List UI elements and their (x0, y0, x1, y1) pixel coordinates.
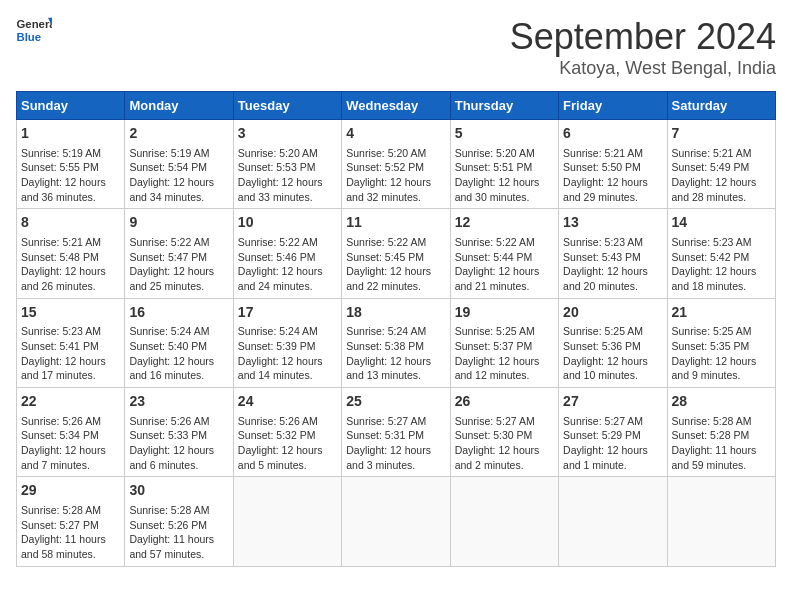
day-number: 11 (346, 213, 445, 233)
calendar-cell: 22Sunrise: 5:26 AM Sunset: 5:34 PM Dayli… (17, 388, 125, 477)
day-number: 17 (238, 303, 337, 323)
day-number: 14 (672, 213, 771, 233)
cell-text: Sunrise: 5:26 AM Sunset: 5:34 PM Dayligh… (21, 414, 120, 473)
weekday-header-friday: Friday (559, 92, 667, 120)
day-number: 27 (563, 392, 662, 412)
day-number: 21 (672, 303, 771, 323)
calendar-cell: 24Sunrise: 5:26 AM Sunset: 5:32 PM Dayli… (233, 388, 341, 477)
logo-icon: General Blue (16, 16, 52, 44)
cell-text: Sunrise: 5:20 AM Sunset: 5:51 PM Dayligh… (455, 146, 554, 205)
day-number: 4 (346, 124, 445, 144)
cell-text: Sunrise: 5:21 AM Sunset: 5:49 PM Dayligh… (672, 146, 771, 205)
day-number: 19 (455, 303, 554, 323)
calendar-cell: 14Sunrise: 5:23 AM Sunset: 5:42 PM Dayli… (667, 209, 775, 298)
calendar-week-row: 1Sunrise: 5:19 AM Sunset: 5:55 PM Daylig… (17, 120, 776, 209)
cell-text: Sunrise: 5:24 AM Sunset: 5:40 PM Dayligh… (129, 324, 228, 383)
cell-text: Sunrise: 5:19 AM Sunset: 5:55 PM Dayligh… (21, 146, 120, 205)
calendar-cell: 29Sunrise: 5:28 AM Sunset: 5:27 PM Dayli… (17, 477, 125, 566)
day-number: 30 (129, 481, 228, 501)
day-number: 29 (21, 481, 120, 501)
cell-text: Sunrise: 5:24 AM Sunset: 5:38 PM Dayligh… (346, 324, 445, 383)
cell-text: Sunrise: 5:28 AM Sunset: 5:28 PM Dayligh… (672, 414, 771, 473)
cell-text: Sunrise: 5:27 AM Sunset: 5:29 PM Dayligh… (563, 414, 662, 473)
cell-text: Sunrise: 5:26 AM Sunset: 5:33 PM Dayligh… (129, 414, 228, 473)
cell-text: Sunrise: 5:20 AM Sunset: 5:52 PM Dayligh… (346, 146, 445, 205)
cell-text: Sunrise: 5:23 AM Sunset: 5:43 PM Dayligh… (563, 235, 662, 294)
day-number: 16 (129, 303, 228, 323)
calendar-week-row: 29Sunrise: 5:28 AM Sunset: 5:27 PM Dayli… (17, 477, 776, 566)
day-number: 28 (672, 392, 771, 412)
calendar-cell: 6Sunrise: 5:21 AM Sunset: 5:50 PM Daylig… (559, 120, 667, 209)
calendar-cell: 30Sunrise: 5:28 AM Sunset: 5:26 PM Dayli… (125, 477, 233, 566)
calendar-cell: 2Sunrise: 5:19 AM Sunset: 5:54 PM Daylig… (125, 120, 233, 209)
weekday-header-saturday: Saturday (667, 92, 775, 120)
cell-text: Sunrise: 5:20 AM Sunset: 5:53 PM Dayligh… (238, 146, 337, 205)
calendar-cell: 15Sunrise: 5:23 AM Sunset: 5:41 PM Dayli… (17, 298, 125, 387)
cell-text: Sunrise: 5:22 AM Sunset: 5:44 PM Dayligh… (455, 235, 554, 294)
cell-text: Sunrise: 5:26 AM Sunset: 5:32 PM Dayligh… (238, 414, 337, 473)
weekday-header-wednesday: Wednesday (342, 92, 450, 120)
calendar-cell: 21Sunrise: 5:25 AM Sunset: 5:35 PM Dayli… (667, 298, 775, 387)
day-number: 10 (238, 213, 337, 233)
calendar-cell: 20Sunrise: 5:25 AM Sunset: 5:36 PM Dayli… (559, 298, 667, 387)
cell-text: Sunrise: 5:28 AM Sunset: 5:26 PM Dayligh… (129, 503, 228, 562)
day-number: 26 (455, 392, 554, 412)
weekday-header-monday: Monday (125, 92, 233, 120)
day-number: 20 (563, 303, 662, 323)
day-number: 6 (563, 124, 662, 144)
weekday-header-thursday: Thursday (450, 92, 558, 120)
day-number: 3 (238, 124, 337, 144)
cell-text: Sunrise: 5:28 AM Sunset: 5:27 PM Dayligh… (21, 503, 120, 562)
weekday-header-tuesday: Tuesday (233, 92, 341, 120)
cell-text: Sunrise: 5:23 AM Sunset: 5:41 PM Dayligh… (21, 324, 120, 383)
calendar-cell: 18Sunrise: 5:24 AM Sunset: 5:38 PM Dayli… (342, 298, 450, 387)
cell-text: Sunrise: 5:21 AM Sunset: 5:50 PM Dayligh… (563, 146, 662, 205)
cell-text: Sunrise: 5:25 AM Sunset: 5:37 PM Dayligh… (455, 324, 554, 383)
day-number: 9 (129, 213, 228, 233)
calendar-cell: 12Sunrise: 5:22 AM Sunset: 5:44 PM Dayli… (450, 209, 558, 298)
calendar-cell: 9Sunrise: 5:22 AM Sunset: 5:47 PM Daylig… (125, 209, 233, 298)
cell-text: Sunrise: 5:22 AM Sunset: 5:47 PM Dayligh… (129, 235, 228, 294)
calendar-cell: 23Sunrise: 5:26 AM Sunset: 5:33 PM Dayli… (125, 388, 233, 477)
day-number: 22 (21, 392, 120, 412)
calendar-week-row: 15Sunrise: 5:23 AM Sunset: 5:41 PM Dayli… (17, 298, 776, 387)
svg-text:General: General (17, 18, 53, 30)
cell-text: Sunrise: 5:25 AM Sunset: 5:35 PM Dayligh… (672, 324, 771, 383)
day-number: 8 (21, 213, 120, 233)
calendar-cell: 4Sunrise: 5:20 AM Sunset: 5:52 PM Daylig… (342, 120, 450, 209)
calendar-cell: 26Sunrise: 5:27 AM Sunset: 5:30 PM Dayli… (450, 388, 558, 477)
cell-text: Sunrise: 5:22 AM Sunset: 5:46 PM Dayligh… (238, 235, 337, 294)
cell-text: Sunrise: 5:27 AM Sunset: 5:30 PM Dayligh… (455, 414, 554, 473)
day-number: 23 (129, 392, 228, 412)
calendar-table: SundayMondayTuesdayWednesdayThursdayFrid… (16, 91, 776, 567)
calendar-cell: 1Sunrise: 5:19 AM Sunset: 5:55 PM Daylig… (17, 120, 125, 209)
cell-text: Sunrise: 5:21 AM Sunset: 5:48 PM Dayligh… (21, 235, 120, 294)
calendar-cell: 5Sunrise: 5:20 AM Sunset: 5:51 PM Daylig… (450, 120, 558, 209)
calendar-cell: 17Sunrise: 5:24 AM Sunset: 5:39 PM Dayli… (233, 298, 341, 387)
weekday-header-sunday: Sunday (17, 92, 125, 120)
day-number: 5 (455, 124, 554, 144)
calendar-cell: 25Sunrise: 5:27 AM Sunset: 5:31 PM Dayli… (342, 388, 450, 477)
logo: General Blue (16, 16, 52, 44)
calendar-cell: 13Sunrise: 5:23 AM Sunset: 5:43 PM Dayli… (559, 209, 667, 298)
calendar-cell (233, 477, 341, 566)
title-block: September 2024 Katoya, West Bengal, Indi… (510, 16, 776, 79)
calendar-cell: 16Sunrise: 5:24 AM Sunset: 5:40 PM Dayli… (125, 298, 233, 387)
calendar-cell (667, 477, 775, 566)
calendar-week-row: 22Sunrise: 5:26 AM Sunset: 5:34 PM Dayli… (17, 388, 776, 477)
calendar-cell: 19Sunrise: 5:25 AM Sunset: 5:37 PM Dayli… (450, 298, 558, 387)
day-number: 18 (346, 303, 445, 323)
cell-text: Sunrise: 5:24 AM Sunset: 5:39 PM Dayligh… (238, 324, 337, 383)
calendar-cell (450, 477, 558, 566)
weekday-header-row: SundayMondayTuesdayWednesdayThursdayFrid… (17, 92, 776, 120)
header: General Blue September 2024 Katoya, West… (16, 16, 776, 79)
calendar-week-row: 8Sunrise: 5:21 AM Sunset: 5:48 PM Daylig… (17, 209, 776, 298)
day-number: 2 (129, 124, 228, 144)
day-number: 25 (346, 392, 445, 412)
calendar-cell: 27Sunrise: 5:27 AM Sunset: 5:29 PM Dayli… (559, 388, 667, 477)
calendar-cell: 3Sunrise: 5:20 AM Sunset: 5:53 PM Daylig… (233, 120, 341, 209)
calendar-cell: 10Sunrise: 5:22 AM Sunset: 5:46 PM Dayli… (233, 209, 341, 298)
cell-text: Sunrise: 5:22 AM Sunset: 5:45 PM Dayligh… (346, 235, 445, 294)
cell-text: Sunrise: 5:19 AM Sunset: 5:54 PM Dayligh… (129, 146, 228, 205)
calendar-cell: 7Sunrise: 5:21 AM Sunset: 5:49 PM Daylig… (667, 120, 775, 209)
